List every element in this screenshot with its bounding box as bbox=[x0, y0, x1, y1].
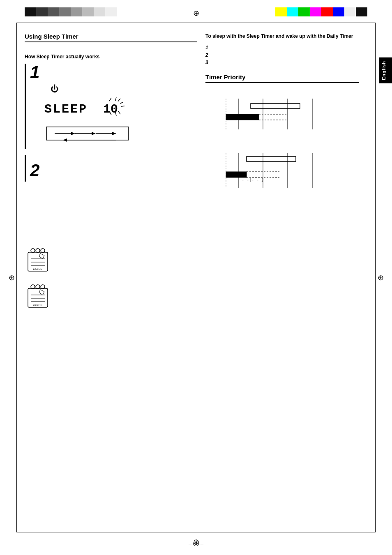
border-right bbox=[375, 23, 376, 532]
step1-content: 1 ⏻ SLEEP 10 bbox=[30, 64, 197, 149]
border-bottom bbox=[16, 532, 376, 532]
svg-line-3 bbox=[115, 97, 116, 101]
timer-priority-section: Timer Priority bbox=[205, 74, 359, 196]
svg-marker-12 bbox=[71, 132, 75, 135]
border-top bbox=[16, 23, 376, 23]
svg-line-5 bbox=[120, 102, 123, 104]
svg-rect-42 bbox=[226, 114, 259, 120]
timer-icon: ⏻ bbox=[51, 84, 197, 94]
reg-mark-right-middle: ⊕ bbox=[376, 274, 385, 282]
reg-mark-top-center: ⊕ bbox=[192, 9, 200, 17]
svg-line-4 bbox=[118, 99, 120, 101]
notes-icon-2: notes bbox=[25, 283, 51, 310]
intro-heading: To sleep with the Sleep Timer and wake u… bbox=[205, 33, 359, 40]
step-item-1: 1 bbox=[205, 45, 359, 51]
svg-line-6 bbox=[121, 106, 125, 106]
timer-diagram-svg-2: - -|- - } bbox=[205, 149, 329, 194]
arrow-cycle-diagram bbox=[42, 121, 157, 145]
left-column: Using Sleep Timer How Sleep Timer actual… bbox=[25, 33, 197, 522]
notes-icon-1: notes bbox=[25, 247, 51, 274]
svg-rect-51 bbox=[226, 172, 247, 177]
svg-text:- -|- - }: - -|- - } bbox=[242, 178, 264, 182]
notes-area-2: notes bbox=[25, 283, 197, 311]
svg-rect-50 bbox=[247, 157, 296, 161]
svg-text:SLEEP: SLEEP bbox=[44, 102, 88, 116]
step-num-1: 1 bbox=[205, 45, 210, 51]
step-item-2: 2 bbox=[205, 52, 359, 58]
svg-text:notes: notes bbox=[33, 303, 43, 307]
step1-bar bbox=[25, 64, 26, 149]
page-number: – 60 – bbox=[189, 541, 203, 547]
timer-diagram-2: - -|- - } bbox=[205, 149, 359, 196]
step-item-3: 3 bbox=[205, 60, 359, 65]
timer-priority-title: Timer Priority bbox=[205, 74, 359, 83]
section-title: Using Sleep Timer bbox=[25, 33, 197, 42]
svg-text:notes: notes bbox=[33, 267, 43, 271]
sleep-10-display: SLEEP 10 bbox=[42, 97, 133, 117]
color-bar-right bbox=[275, 7, 367, 16]
english-tab: English bbox=[379, 58, 392, 83]
svg-marker-16 bbox=[112, 132, 116, 135]
timer-diagram-svg-1 bbox=[205, 94, 329, 136]
notes-area-1: notes bbox=[25, 247, 197, 275]
right-column: To sleep with the Sleep Timer and wake u… bbox=[205, 33, 359, 522]
svg-line-2 bbox=[109, 98, 111, 101]
steps-list: 1 2 3 bbox=[205, 45, 359, 65]
reg-mark-left-middle: ⊕ bbox=[7, 274, 16, 282]
sleep-display: ⏻ SLEEP 10 bbox=[42, 84, 197, 145]
svg-marker-14 bbox=[92, 132, 96, 135]
step-num-2: 2 bbox=[205, 52, 210, 58]
timer-diagram-1 bbox=[205, 94, 359, 137]
step2-content: 2 bbox=[30, 155, 197, 182]
sub-heading: How Sleep Timer actually works bbox=[25, 54, 197, 60]
step-num-3: 3 bbox=[205, 60, 210, 65]
main-content: Using Sleep Timer How Sleep Timer actual… bbox=[25, 33, 359, 522]
color-bar-left bbox=[25, 7, 117, 16]
step1-number: 1 bbox=[30, 64, 197, 81]
border-left bbox=[16, 23, 17, 532]
step2-bar bbox=[25, 155, 26, 182]
svg-rect-41 bbox=[251, 104, 300, 108]
step2-number: 2 bbox=[30, 162, 197, 179]
svg-line-9 bbox=[118, 111, 120, 114]
